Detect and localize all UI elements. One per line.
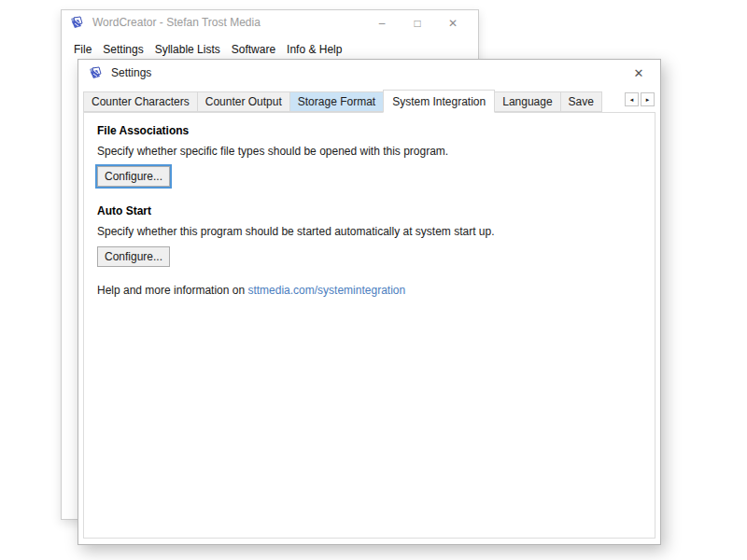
tab-system-integration[interactable]: System Integration (383, 90, 495, 113)
dialog-close-icon[interactable]: ✕ (630, 65, 647, 82)
maximize-icon[interactable]: □ (400, 14, 435, 33)
settings-tab-strip: Counter Characters Counter Output Storag… (78, 88, 660, 112)
minimize-icon[interactable]: – (364, 14, 400, 33)
tab-scroll-right-icon[interactable]: ▸ (641, 92, 655, 106)
wordcreator-app-icon (69, 16, 85, 30)
tab-scroll-buttons: ◂ ▸ (623, 92, 655, 106)
settings-dialog-icon (88, 66, 104, 80)
file-associations-description: Specify whether specific file types shou… (97, 145, 641, 158)
file-associations-heading: File Associations (97, 124, 641, 137)
menu-item-info-help[interactable]: Info & Help (281, 40, 347, 59)
window-controls: – □ ✕ (364, 14, 471, 33)
help-text: Help and more information on (97, 284, 247, 297)
settings-titlebar: Settings ✕ (78, 60, 660, 86)
file-associations-configure-button[interactable]: Configure... (97, 166, 170, 187)
close-icon[interactable]: ✕ (435, 14, 471, 33)
auto-start-heading: Auto Start (97, 204, 641, 217)
menu-item-settings[interactable]: Settings (97, 40, 148, 59)
tab-counter-output[interactable]: Counter Output (197, 91, 290, 112)
tab-counter-characters[interactable]: Counter Characters (83, 91, 198, 112)
help-link[interactable]: sttmedia.com/systemintegration (247, 284, 405, 297)
menu-item-syllable-lists[interactable]: Syllable Lists (149, 40, 226, 59)
help-line: Help and more information on sttmedia.co… (97, 284, 641, 297)
menu-item-software[interactable]: Software (226, 40, 281, 59)
system-integration-panel: File Associations Specify whether specif… (83, 112, 655, 539)
menu-item-file[interactable]: File (68, 40, 97, 59)
auto-start-description: Specify whether this program should be s… (97, 225, 641, 238)
app-titlebar: WordCreator - Stefan Trost Media – □ ✕ (62, 10, 478, 35)
menu-bar: File Settings Syllable Lists Software In… (62, 40, 478, 59)
app-window-title: WordCreator - Stefan Trost Media (92, 16, 261, 29)
auto-start-configure-button[interactable]: Configure... (97, 246, 170, 267)
tab-language[interactable]: Language (494, 91, 560, 112)
settings-dialog: Settings ✕ Counter Characters Counter Ou… (78, 59, 661, 545)
settings-dialog-title: Settings (111, 66, 151, 79)
tab-storage-format[interactable]: Storage Format (289, 91, 384, 112)
tab-save[interactable]: Save (560, 91, 602, 112)
tab-scroll-left-icon[interactable]: ◂ (625, 92, 639, 106)
